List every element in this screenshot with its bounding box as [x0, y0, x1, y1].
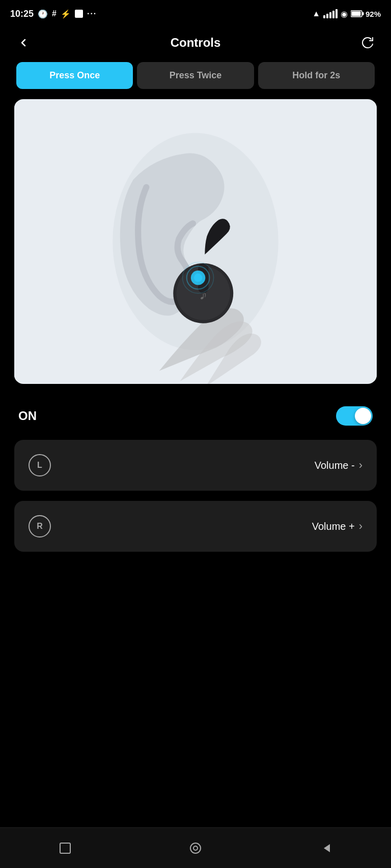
- toggle-knob: [355, 408, 371, 424]
- nav-back-button[interactable]: [305, 833, 346, 863]
- nav-circle-icon: [188, 841, 203, 855]
- bottom-nav-bar: [0, 827, 391, 868]
- card-right-section: Volume - ›: [315, 459, 362, 472]
- hash-icon: #: [52, 9, 57, 18]
- right-ear-card[interactable]: R Volume + ›: [14, 501, 377, 552]
- battery-indicator: 92%: [351, 10, 381, 18]
- back-button[interactable]: [12, 32, 35, 54]
- tab-hold-2s[interactable]: Hold for 2s: [258, 62, 375, 89]
- nav-back-icon: [319, 841, 333, 855]
- toggle-switch[interactable]: [336, 406, 373, 426]
- earbud-svg: ♪: [14, 99, 377, 384]
- svg-rect-1: [362, 12, 364, 15]
- nav-square-button[interactable]: [45, 833, 86, 863]
- square-icon: [75, 10, 83, 18]
- card-left-section-r: R: [29, 515, 51, 537]
- right-chevron-icon: ›: [359, 520, 362, 533]
- status-right: ▲ ◉ 92%: [312, 9, 381, 19]
- tab-press-twice[interactable]: Press Twice: [137, 62, 254, 89]
- signal-bars: [323, 9, 338, 18]
- reset-icon: [360, 36, 375, 50]
- battery-icon-svg: [351, 10, 364, 17]
- bluetooth-icon: ▲: [312, 9, 320, 18]
- status-time: 10:25: [10, 9, 34, 19]
- svg-point-15: [193, 846, 198, 850]
- left-action-label: Volume -: [315, 460, 355, 471]
- tab-row: Press Once Press Twice Hold for 2s: [0, 62, 391, 99]
- svg-rect-2: [351, 12, 360, 16]
- right-ear-badge: R: [29, 515, 51, 537]
- more-icon: ···: [87, 9, 97, 18]
- svg-rect-13: [60, 843, 70, 853]
- page-title: Controls: [171, 36, 221, 50]
- status-bar: 10:25 🕐 # ⚡ ··· ▲ ◉ 92: [0, 0, 391, 26]
- svg-point-14: [190, 843, 201, 853]
- left-ear-card[interactable]: L Volume - ›: [14, 440, 377, 491]
- svg-point-10: [194, 274, 202, 282]
- on-label: ON: [18, 409, 37, 423]
- top-nav: Controls: [0, 26, 391, 62]
- left-ear-badge: L: [29, 454, 51, 476]
- svg-marker-16: [324, 844, 330, 852]
- nav-square-icon: [58, 841, 72, 855]
- nav-home-button[interactable]: [175, 833, 216, 863]
- alarm-icon: 🕐: [38, 9, 48, 19]
- messenger-icon: ⚡: [61, 9, 71, 19]
- right-action-label: Volume +: [312, 521, 355, 532]
- tab-press-once[interactable]: Press Once: [16, 62, 133, 89]
- status-left: 10:25 🕐 # ⚡ ···: [10, 9, 97, 19]
- reset-button[interactable]: [356, 32, 379, 54]
- battery-percent: 92%: [366, 10, 381, 18]
- left-chevron-icon: ›: [359, 459, 362, 472]
- card-right-section-r: Volume + ›: [312, 520, 362, 533]
- wifi-icon: ◉: [341, 9, 348, 19]
- on-toggle-row: ON: [0, 396, 391, 440]
- earbud-illustration: ♪: [14, 99, 377, 384]
- card-left-section: L: [29, 454, 51, 476]
- back-arrow-icon: [17, 37, 30, 49]
